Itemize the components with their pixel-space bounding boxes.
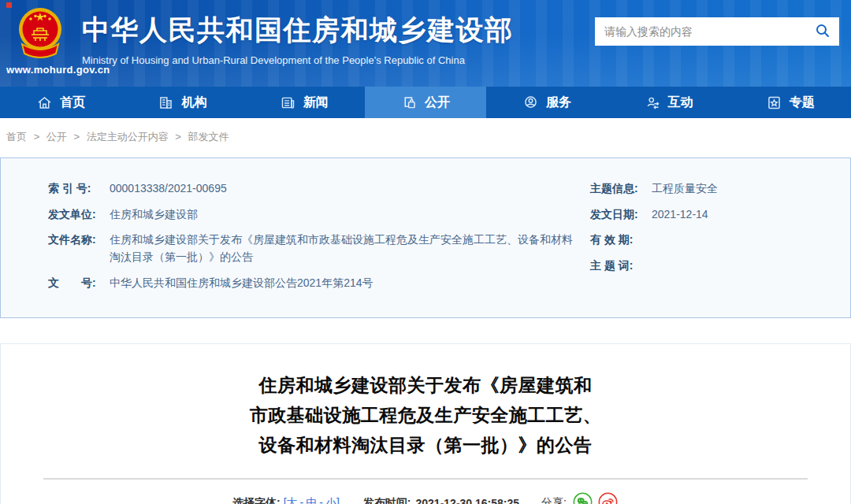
doc-info-label: 文件名称: bbox=[48, 232, 110, 265]
breadcrumb-home[interactable]: 首页 bbox=[6, 131, 27, 143]
doc-info-row-document-name: 文件名称: 住房和城乡建设部关于发布《房屋建筑和市政基础设施工程危及生产安全施工… bbox=[48, 232, 576, 265]
font-selector-bracket: ] bbox=[336, 496, 340, 504]
breadcrumb-separator: > bbox=[34, 131, 40, 143]
share-label: 分享: bbox=[541, 496, 567, 504]
article-title-line: 设备和材料淘汰目录（第一批）》的公告 bbox=[1, 430, 850, 460]
nav-item-services[interactable]: 服务 bbox=[486, 87, 608, 118]
nav-item-label: 首页 bbox=[60, 94, 85, 111]
doc-info-value: 中华人民共和国住房和城乡建设部公告2021年第214号 bbox=[110, 275, 373, 292]
breadcrumb-ministry-documents[interactable]: 部发文件 bbox=[188, 131, 229, 143]
nav-item-home[interactable]: 首页 bbox=[0, 87, 121, 118]
breadcrumb: 首页 > 公开 > 法定主动公开内容 > 部发文件 bbox=[0, 118, 851, 154]
site-header: www.mohurd.gov.cn 中华人民共和国住房和城乡建设部 Minist… bbox=[0, 0, 851, 87]
nav-item-topics[interactable]: 专题 bbox=[730, 87, 851, 118]
site-title-english: Ministry of Housing and Urban-Rural Deve… bbox=[82, 54, 514, 66]
home-icon bbox=[36, 94, 53, 111]
doc-info-row-issue-date: 发文日期: 2021-12-14 bbox=[590, 206, 841, 224]
building-icon bbox=[158, 94, 174, 111]
doc-info-row-index-number: 索 引 号: 000013338/2021-00695 bbox=[48, 180, 576, 198]
font-size-medium-button[interactable]: 中 bbox=[306, 496, 317, 504]
publish-time-value: 2021-12-30 16:58:25 bbox=[416, 497, 520, 504]
service-icon bbox=[522, 94, 539, 111]
doc-info-label: 主 题 词: bbox=[590, 258, 652, 275]
font-size-large-button[interactable]: 大 bbox=[287, 496, 298, 504]
doc-info-value: 2021-12-14 bbox=[652, 206, 708, 224]
article-title: 住房和城乡建设部关于发布《房屋建筑和 市政基础设施工程危及生产安全施工工艺、 设… bbox=[1, 370, 850, 460]
font-selector-separator: - bbox=[300, 496, 304, 504]
nav-item-disclosure[interactable]: 公开 bbox=[365, 87, 486, 118]
doc-info-label: 文 号: bbox=[48, 275, 110, 292]
font-size-small-button[interactable]: 小 bbox=[325, 496, 336, 504]
share-icons bbox=[573, 493, 619, 504]
doc-info-label: 有 效 期: bbox=[590, 232, 652, 249]
font-selector: [大-中-小] bbox=[284, 496, 340, 504]
doc-info-row-validity: 有 效 期: bbox=[590, 232, 841, 249]
search-input[interactable] bbox=[595, 17, 806, 46]
publish-time-label: 发布时间: bbox=[363, 496, 411, 504]
nav-item-label: 新闻 bbox=[303, 94, 329, 111]
doc-info-value: 住房和城乡建设部 bbox=[110, 206, 198, 224]
wechat-share-button[interactable] bbox=[573, 493, 593, 504]
main-nav: 首页 机构 新闻 公开 bbox=[0, 87, 851, 118]
weibo-share-icon bbox=[598, 492, 618, 504]
article-meta-bar: 选择字体: [大-中-小] 发布时间: 2021-12-30 16:58:25 … bbox=[1, 493, 850, 504]
corner-decoration bbox=[6, 2, 12, 8]
breadcrumb-statutory-disclosure[interactable]: 法定主动公开内容 bbox=[87, 131, 169, 143]
breadcrumb-separator: > bbox=[175, 131, 181, 143]
article-title-line: 住房和城乡建设部关于发布《房屋建筑和 bbox=[1, 370, 850, 400]
article-title-line: 市政基础设施工程危及生产安全施工工艺、 bbox=[1, 400, 850, 430]
doc-info-label: 发文单位: bbox=[48, 206, 110, 224]
doc-info-value: 000013338/2021-00695 bbox=[110, 180, 227, 198]
title-divider bbox=[43, 478, 808, 480]
topics-icon bbox=[766, 94, 782, 111]
doc-info-label: 主题信息: bbox=[590, 180, 652, 198]
doc-info-label: 发文日期: bbox=[590, 206, 652, 224]
wechat-share-icon bbox=[573, 492, 593, 504]
document-info-panel: 索 引 号: 000013338/2021-00695 发文单位: 住房和城乡建… bbox=[0, 158, 851, 318]
national-emblem-icon bbox=[17, 5, 63, 68]
site-title-chinese: 中华人民共和国住房和城乡建设部 bbox=[82, 12, 514, 49]
article-card: 住房和城乡建设部关于发布《房屋建筑和 市政基础设施工程危及生产安全施工工艺、 设… bbox=[0, 343, 851, 504]
search-box bbox=[595, 17, 839, 46]
doc-info-row-keywords: 主 题 词: bbox=[590, 258, 841, 275]
doc-info-row-subject-info: 主题信息: 工程质量安全 bbox=[590, 180, 841, 198]
font-selector-label: 选择字体: bbox=[232, 496, 281, 504]
breadcrumb-separator: > bbox=[73, 131, 80, 143]
nav-item-label: 专题 bbox=[790, 94, 815, 111]
search-icon bbox=[815, 23, 831, 41]
nav-item-news[interactable]: 新闻 bbox=[243, 87, 365, 118]
nav-item-organization[interactable]: 机构 bbox=[121, 87, 243, 118]
document-info-left-column: 索 引 号: 000013338/2021-00695 发文单位: 住房和城乡建… bbox=[10, 180, 590, 300]
doc-info-value: 住房和城乡建设部关于发布《房屋建筑和市政基础设施工程危及生产安全施工工艺、设备和… bbox=[110, 232, 576, 265]
breadcrumb-disclosure[interactable]: 公开 bbox=[46, 131, 67, 143]
news-icon bbox=[280, 94, 296, 111]
doc-info-row-document-number: 文 号: 中华人民共和国住房和城乡建设部公告2021年第214号 bbox=[48, 275, 576, 292]
doc-info-label: 索 引 号: bbox=[48, 180, 110, 198]
nav-item-label: 互动 bbox=[668, 94, 693, 111]
section-gap bbox=[0, 318, 851, 343]
site-title-block: 中华人民共和国住房和城乡建设部 Ministry of Housing and … bbox=[82, 12, 514, 66]
nav-item-label: 机构 bbox=[181, 94, 206, 111]
font-selector-separator: - bbox=[319, 496, 323, 504]
search-button[interactable] bbox=[806, 17, 839, 46]
weibo-share-button[interactable] bbox=[598, 493, 619, 504]
doc-info-value: 工程质量安全 bbox=[652, 180, 718, 198]
nav-item-label: 服务 bbox=[546, 94, 571, 111]
nav-item-label: 公开 bbox=[425, 94, 450, 111]
interact-icon bbox=[645, 94, 661, 111]
disclosure-icon bbox=[401, 94, 418, 111]
doc-info-row-issuing-unit: 发文单位: 住房和城乡建设部 bbox=[48, 206, 576, 224]
nav-item-interaction[interactable]: 互动 bbox=[608, 87, 729, 118]
document-info-right-column: 主题信息: 工程质量安全 发文日期: 2021-12-14 有 效 期: 主 题… bbox=[590, 180, 841, 300]
